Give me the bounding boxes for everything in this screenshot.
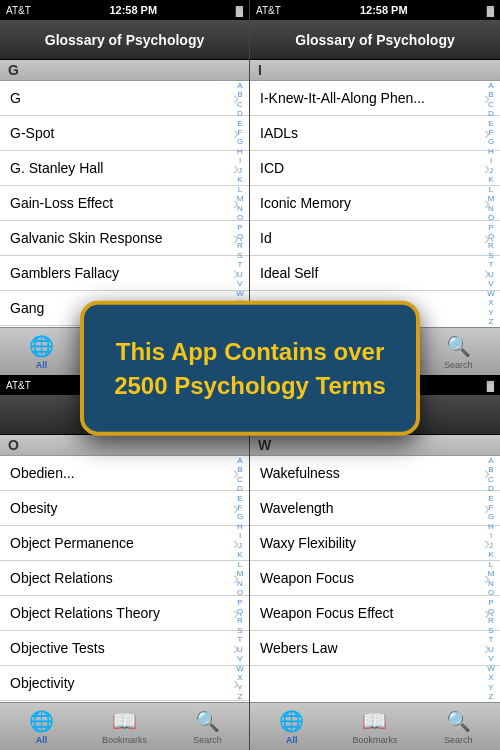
list-item[interactable]: Obedien...	[0, 456, 249, 491]
tab-bar-4: 🌐 All 📖 Bookmarks 🔍 Search	[250, 702, 500, 750]
alphabet-sidebar-4[interactable]: ABCDEF GHIJKL MNOPQR STUVWX YZ	[484, 456, 498, 702]
bookmarks-icon-3: 📖	[112, 709, 137, 733]
search-icon-3: 🔍	[195, 709, 220, 733]
alphabet-sidebar-2[interactable]: ABCDEF GHIJKL MNOPQR STUVWX YZ	[484, 81, 498, 327]
list-item[interactable]: Weapon Focus Effect	[250, 596, 500, 631]
list-item[interactable]: Id	[250, 221, 500, 256]
list-2: I-Knew-It-All-Along Phen... IADLs ICD Ic…	[250, 81, 500, 327]
alphabet-sidebar-1[interactable]: ABCDEF GHIJKL MNOPQR STUVWX YZ	[233, 81, 247, 327]
list-item[interactable]: Object Relations	[0, 561, 249, 596]
globe-icon-3: 🌐	[29, 709, 54, 733]
tab-bookmarks-label-4: Bookmarks	[352, 735, 397, 745]
list-item[interactable]: Galvanic Skin Response	[0, 221, 249, 256]
nav-title-2: Glossary of Psychology	[295, 32, 455, 48]
promo-text: This App Contains over 2500 Psychology T…	[104, 335, 396, 402]
status-bar-2: AT&T 12:58 PM ▓	[250, 0, 500, 20]
list-item[interactable]: Objectivity	[0, 666, 249, 701]
tab-search-2[interactable]: 🔍 Search	[417, 334, 500, 370]
list-item[interactable]: Iconic Memory	[250, 186, 500, 221]
tab-search-label-4: Search	[444, 735, 473, 745]
carrier-3: AT&T	[6, 380, 31, 391]
tab-search-4[interactable]: 🔍 Search	[417, 709, 500, 745]
list-item[interactable]: Weapon Focus	[250, 561, 500, 596]
promo-overlay[interactable]: This App Contains over 2500 Psychology T…	[80, 301, 420, 436]
list-item[interactable]: Gamblers Fallacy	[0, 256, 249, 291]
tab-all-3[interactable]: 🌐 All	[0, 709, 83, 745]
tab-bookmarks-3[interactable]: 📖 Bookmarks	[83, 709, 166, 745]
list-item[interactable]: Ideal Self	[250, 256, 500, 291]
time-2: 12:58 PM	[360, 4, 408, 16]
list-item[interactable]: Gain-Loss Effect	[0, 186, 249, 221]
tab-all-label-3: All	[36, 735, 48, 745]
globe-icon-4: 🌐	[279, 709, 304, 733]
list-item[interactable]: IADLs	[250, 116, 500, 151]
tab-all-1[interactable]: 🌐 All	[0, 334, 83, 370]
carrier-2: AT&T	[256, 5, 281, 16]
nav-bar-2: Glossary of Psychology	[250, 20, 500, 60]
list-1: G G-Spot G. Stanley Hall Gain-Loss Effec…	[0, 81, 249, 327]
battery-2: ▓	[487, 5, 494, 16]
tab-search-3[interactable]: 🔍 Search	[166, 709, 249, 745]
tab-all-label-1: All	[36, 360, 48, 370]
list-item[interactable]: Observation	[0, 701, 249, 702]
search-icon-4: 🔍	[446, 709, 471, 733]
status-bar-1: AT&T 12:58 PM ▓	[0, 0, 249, 20]
list-item[interactable]: Waxy Flexibility	[250, 526, 500, 561]
time-1: 12:58 PM	[109, 4, 157, 16]
tab-bookmarks-label-3: Bookmarks	[102, 735, 147, 745]
globe-icon-1: 🌐	[29, 334, 54, 358]
tab-bar-3: 🌐 All 📖 Bookmarks 🔍 Search	[0, 702, 249, 750]
list-3: Obedien... Obesity Object Permanence Obj…	[0, 456, 249, 702]
list-4: Wakefulness Wavelength Waxy Flexibility …	[250, 456, 500, 702]
section-header-1: G	[0, 60, 249, 81]
alphabet-sidebar-3[interactable]: ABCDEF GHIJKL MNOPQR STUVWX YZ	[233, 456, 247, 702]
list-item[interactable]: G-Spot	[0, 116, 249, 151]
list-item[interactable]: Obesity	[0, 491, 249, 526]
bookmarks-icon-4: 📖	[362, 709, 387, 733]
list-item[interactable]: G	[0, 81, 249, 116]
list-item[interactable]: Object Permanence	[0, 526, 249, 561]
list-item[interactable]: Wavelength	[250, 491, 500, 526]
tab-search-label-3: Search	[193, 735, 222, 745]
section-header-3: O	[0, 435, 249, 456]
tab-search-label-2: Search	[444, 360, 473, 370]
battery-1: ▓	[236, 5, 243, 16]
search-icon-2: 🔍	[446, 334, 471, 358]
list-item[interactable]: Webers Law	[250, 631, 500, 666]
tab-bookmarks-4[interactable]: 📖 Bookmarks	[333, 709, 416, 745]
list-item[interactable]: Object Relations Theory	[0, 596, 249, 631]
tab-all-label-4: All	[286, 735, 298, 745]
section-header-4: W	[250, 435, 500, 456]
carrier-1: AT&T	[6, 5, 31, 16]
list-item[interactable]: I-Knew-It-All-Along Phen...	[250, 81, 500, 116]
nav-title-1: Glossary of Psychology	[45, 32, 205, 48]
list-item[interactable]: ICD	[250, 151, 500, 186]
section-header-2: I	[250, 60, 500, 81]
battery-4: ▓	[487, 380, 494, 391]
list-item[interactable]: G. Stanley Hall	[0, 151, 249, 186]
list-item[interactable]: Wakefulness	[250, 456, 500, 491]
nav-bar-1: Glossary of Psychology	[0, 20, 249, 60]
list-item[interactable]: Objective Tests	[0, 631, 249, 666]
tab-all-4[interactable]: 🌐 All	[250, 709, 333, 745]
